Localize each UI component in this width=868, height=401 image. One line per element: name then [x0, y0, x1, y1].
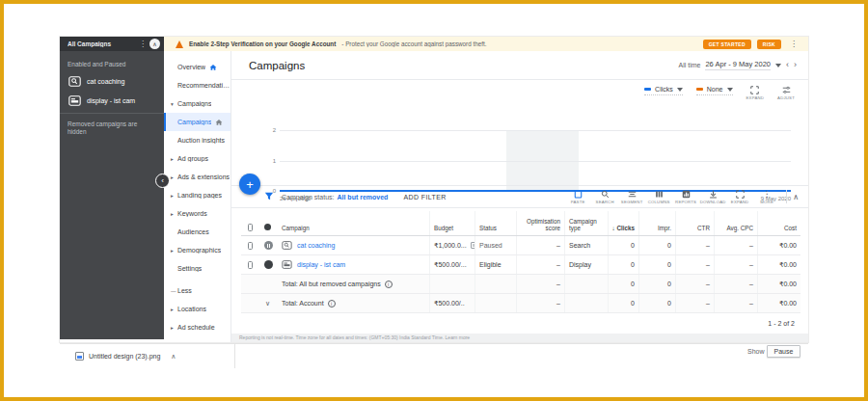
sidebar-item-landing-pages[interactable]: ▸ Landing pages — [164, 186, 231, 204]
info-icon[interactable] — [328, 300, 336, 307]
paste-button[interactable]: PASTE — [564, 189, 591, 204]
more-icon[interactable] — [136, 40, 149, 48]
get-started-button[interactable]: GET STARTED — [703, 40, 751, 49]
campaign-selector-sidebar: All Campaigns Enabled and Paused cat coa… — [60, 37, 164, 339]
sidebar-item-locations[interactable]: ▸ Locations — [164, 300, 231, 318]
table-row-cat-coaching[interactable]: cat coaching ₹1,000.0... Paused – Search… — [241, 236, 800, 255]
col-campaign-type[interactable]: Campaign type — [564, 211, 608, 235]
next-range-icon[interactable] — [794, 61, 797, 69]
status-value: Paused — [475, 236, 516, 254]
security-banner: Enable 2-Step Verification on your Googl… — [164, 37, 808, 51]
banner-more-icon[interactable] — [787, 40, 800, 48]
collapse-table-icon[interactable] — [793, 193, 799, 201]
new-campaign-fab[interactable] — [239, 174, 260, 195]
col-impressions[interactable]: Impr. — [638, 211, 675, 235]
google-ads-window: All Campaigns Enabled and Paused cat coa… — [60, 37, 808, 342]
segment-button[interactable]: SEGMENT — [618, 190, 645, 204]
download-button[interactable]: DOWNLOAD — [699, 190, 726, 204]
row-checkbox[interactable] — [248, 261, 253, 269]
chart-adjust-button[interactable]: ADJUST — [777, 86, 795, 100]
sidebar-item-campaigns[interactable]: Campaigns — [164, 113, 231, 131]
col-budget[interactable]: Budget — [429, 211, 475, 235]
sidebar-item-auction-insights[interactable]: Auction insights — [164, 131, 231, 149]
status-column-icon[interactable] — [264, 224, 271, 230]
filter-value[interactable]: All but removed — [337, 194, 388, 200]
selector-title: All Campaigns — [68, 40, 136, 47]
campaign-link[interactable]: display - ist cam — [297, 261, 345, 268]
pagination[interactable]: 1 - 2 of 2 — [241, 313, 800, 333]
add-filter-button[interactable]: ADD FILTER — [403, 194, 446, 200]
chevron-down-icon[interactable] — [775, 64, 781, 67]
expand-button[interactable]: EXPAND — [726, 190, 753, 204]
row-checkbox[interactable] — [248, 242, 253, 250]
col-avg-cpc[interactable]: Avg. CPC — [714, 211, 757, 235]
more-button[interactable]: MORE — [753, 190, 780, 204]
selector-section-label: Enabled and Paused — [60, 51, 164, 71]
enabled-status-icon[interactable] — [264, 260, 273, 269]
paused-status-icon[interactable] — [264, 241, 273, 250]
select-all-checkbox[interactable] — [248, 224, 253, 231]
sidebar-item-keywords[interactable]: ▸ Keywords — [164, 204, 231, 223]
selector-campaign-cat-coaching[interactable]: cat coaching — [60, 71, 164, 91]
budget-badge-icon — [471, 242, 475, 249]
filter-bar: Campaign status: All but removed ADD FIL… — [231, 185, 808, 208]
table-header-row: Campaign Budget Status Optimisation scor… — [241, 211, 800, 236]
recorder-show-label[interactable]: Show — [747, 348, 765, 355]
home-icon — [215, 119, 223, 126]
col-cost[interactable]: Cost — [757, 211, 800, 235]
series-color-swatch — [644, 88, 651, 91]
sidebar-collapse-button[interactable] — [155, 174, 170, 188]
selector-campaign-display[interactable]: display - ist cam — [60, 91, 164, 110]
series-color-swatch — [696, 88, 703, 91]
col-clicks-sorted[interactable]: Clicks — [608, 211, 638, 235]
download-shelf: Untitled design (23).png — [60, 343, 808, 368]
cost-value: ₹0.00 — [757, 255, 800, 274]
sidebar-group-campaigns[interactable]: ▾ Campaigns — [164, 94, 231, 113]
sidebar-item-recommendations[interactable]: Recommendations — [164, 76, 231, 94]
budget-value[interactable]: ₹500.00/... — [429, 255, 475, 274]
recorder-pause-button[interactable]: Pause — [767, 345, 801, 358]
sidebar-item-demographics[interactable]: ▸ Demographics — [164, 241, 231, 259]
sidebar-item-ad-schedule[interactable]: ▸ Ad schedule — [164, 318, 231, 336]
search-campaign-icon — [68, 76, 81, 87]
total-label: Total: Account — [282, 300, 324, 307]
date-range-picker[interactable]: All time 26 Apr - 9 May 2020 — [679, 60, 798, 70]
chart-controls: Clicks None EXPAND — [644, 86, 795, 100]
col-opt-score[interactable]: Optimisation score — [516, 211, 564, 235]
clicks-value: 0 — [608, 255, 638, 274]
sidebar-item-overview[interactable]: Overview — [164, 58, 231, 76]
page-title: Campaigns — [249, 60, 305, 71]
col-status[interactable]: Status — [475, 211, 516, 235]
opt-score-value: – — [516, 236, 564, 254]
col-campaign[interactable]: Campaign — [278, 211, 429, 235]
page-header: Campaigns All time 26 Apr - 9 May 2020 — [231, 51, 808, 80]
metric-secondary-select[interactable]: None — [696, 86, 733, 95]
campaign-link[interactable]: cat coaching — [297, 242, 335, 249]
total-label: Total: All but removed campaigns — [282, 281, 381, 287]
chart-expand-button[interactable]: EXPAND — [746, 86, 765, 100]
reports-button[interactable]: REPORTS — [672, 190, 699, 204]
sidebar-item-settings[interactable]: Settings — [164, 259, 231, 278]
filter-icon[interactable] — [264, 192, 274, 201]
sidebar-item-ads-extensions[interactable]: ▸ Ads & extensions — [164, 168, 231, 186]
metric-primary-select[interactable]: Clicks — [644, 86, 683, 95]
downloaded-file[interactable]: Untitled design (23).png — [60, 344, 235, 368]
impr-value: 0 — [638, 236, 675, 254]
total-account-row: Total: Account ₹500.00/.. – 0 0 – – ₹0.0… — [241, 294, 800, 313]
download-filename: Untitled design (23).png — [89, 353, 160, 360]
sidebar-item-less[interactable]: — Less — [164, 281, 231, 300]
expand-account-icon[interactable] — [265, 300, 270, 307]
info-icon[interactable] — [385, 281, 393, 288]
clicks-value: 0 — [608, 236, 638, 254]
search-button[interactable]: SEARCH — [591, 190, 618, 204]
download-menu-icon[interactable] — [171, 353, 176, 361]
columns-button[interactable]: COLUMNS — [645, 190, 672, 204]
collapse-up-icon[interactable] — [149, 39, 160, 49]
budget-value[interactable]: ₹1,000.0... — [434, 242, 467, 250]
risk-button[interactable]: RISK — [757, 40, 781, 49]
prev-range-icon[interactable] — [786, 61, 789, 69]
sidebar-item-ad-groups[interactable]: ▸ Ad groups — [164, 149, 231, 168]
sidebar-item-audiences[interactable]: Audiences — [164, 223, 231, 241]
table-row-display-ist-cam[interactable]: display - ist cam ₹500.00/... Eligible –… — [241, 255, 800, 275]
col-ctr[interactable]: CTR — [675, 211, 714, 235]
